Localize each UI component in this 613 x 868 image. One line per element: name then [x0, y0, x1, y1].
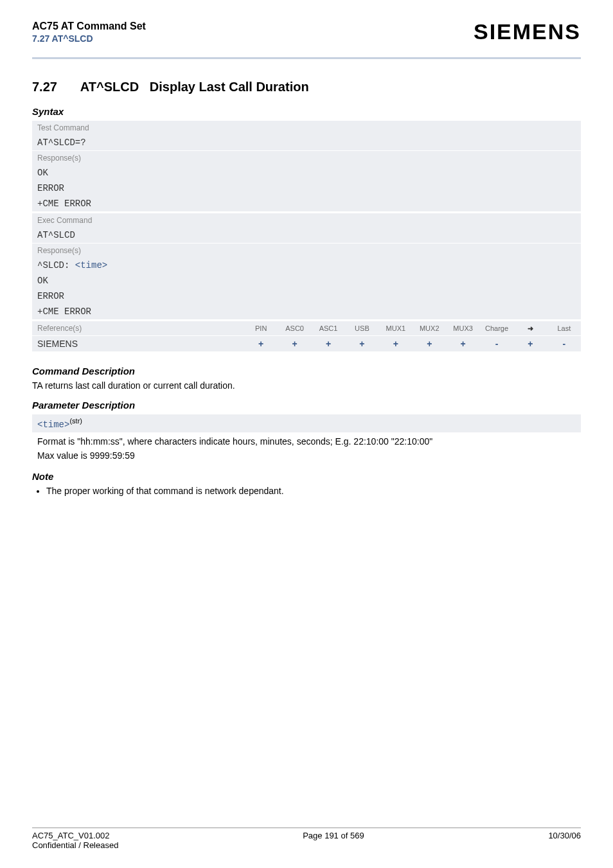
parameter-desc-line: Format is "hh:mm:ss", where characters i…: [37, 436, 581, 447]
ref-col-arrow-icon: ➜: [513, 322, 547, 335]
exec-resp-param: <time>: [75, 260, 107, 270]
ref-val: +: [345, 336, 378, 351]
parameter-description-heading: Parameter Description: [32, 400, 581, 411]
test-response-line: ERROR: [32, 181, 581, 196]
reference-header-row: Reference(s) PIN ASC0 ASC1 USB MUX1 MUX2…: [32, 321, 581, 335]
reference-label: Reference(s): [32, 321, 244, 335]
section-number: 7.27: [32, 80, 77, 94]
parameter-type: (str): [69, 417, 82, 425]
section-heading: 7.27 AT^SLCD Display Last Call Duration: [32, 80, 581, 94]
parameter-name: <time>: [37, 420, 69, 430]
reference-vals: + + + + + + + - + -: [244, 336, 581, 351]
ref-col: ASC1: [312, 322, 345, 335]
ref-val: +: [413, 336, 446, 351]
doc-title: AC75 AT Command Set: [32, 21, 146, 32]
exec-resp-prefix: ^SLCD:: [37, 260, 75, 270]
command-description-heading: Command Description: [32, 366, 581, 376]
footer-page-number: Page 191 of 569: [303, 831, 364, 850]
ref-val: +: [446, 336, 479, 351]
note-heading: Note: [32, 471, 581, 482]
exec-command-label: Exec Command: [32, 213, 581, 227]
ref-col: MUX2: [413, 322, 446, 335]
ref-val: +: [312, 336, 345, 351]
note-list: The proper working of that command is ne…: [46, 486, 581, 496]
command-description-text: TA returns last call duration or current…: [32, 380, 581, 391]
ref-val: +: [278, 336, 311, 351]
test-command-block: Test Command AT^SLCD=? Response(s) OK ER…: [32, 121, 581, 211]
ref-col: PIN: [244, 322, 278, 335]
ref-col: Last: [547, 322, 581, 335]
footer-classification: Confidential / Released: [32, 840, 118, 850]
exec-response-line: +CME ERROR: [32, 304, 581, 319]
brand-logo: SIEMENS: [474, 19, 581, 44]
reference-value-row: SIEMENS + + + + + + + - + -: [32, 336, 581, 351]
exec-response-line: ERROR: [32, 288, 581, 304]
footer-doc-version: AC75_ATC_V01.002: [32, 831, 118, 840]
footer-left: AC75_ATC_V01.002 Confidential / Released: [32, 831, 118, 850]
ref-col: ASC0: [278, 322, 311, 335]
exec-response-line: OK: [32, 273, 581, 288]
test-command-text: AT^SLCD=?: [32, 135, 581, 150]
syntax-heading: Syntax: [32, 106, 581, 117]
ref-col: Charge: [480, 322, 513, 335]
exec-response-label: Response(s): [32, 244, 581, 258]
ref-val: +: [244, 336, 278, 351]
header-left: AC75 AT Command Set 7.27 AT^SLCD: [32, 21, 146, 44]
exec-command-block: Exec Command AT^SLCD Response(s) ^SLCD: …: [32, 213, 581, 319]
parameter-name-box: <time>(str): [32, 414, 581, 432]
reference-cols: PIN ASC0 ASC1 USB MUX1 MUX2 MUX3 Charge …: [244, 322, 581, 335]
ref-col: MUX1: [379, 322, 413, 335]
footer-date: 10/30/06: [548, 831, 581, 850]
note-item: The proper working of that command is ne…: [46, 486, 581, 496]
test-response-label: Response(s): [32, 151, 581, 165]
page-footer: AC75_ATC_V01.002 Confidential / Released…: [32, 828, 581, 850]
footer-divider: [32, 828, 581, 828]
page-header: AC75 AT Command Set 7.27 AT^SLCD SIEMENS: [32, 19, 581, 53]
ref-val: +: [513, 336, 547, 351]
ref-val: +: [379, 336, 413, 351]
exec-command-text: AT^SLCD: [32, 227, 581, 243]
reference-vendor: SIEMENS: [32, 336, 244, 351]
ref-val: -: [480, 336, 513, 351]
doc-subtitle: 7.27 AT^SLCD: [32, 33, 146, 44]
ref-val: -: [547, 336, 581, 351]
exec-response-line: ^SLCD: <time>: [32, 258, 581, 273]
section-desc: Display Last Call Duration: [150, 80, 309, 94]
section-cmd: AT^SLCD: [80, 80, 139, 94]
test-response-line: OK: [32, 165, 581, 181]
parameter-desc-line: Max value is 9999:59:59: [37, 450, 581, 461]
test-response-line: +CME ERROR: [32, 196, 581, 211]
ref-col: USB: [345, 322, 378, 335]
test-command-label: Test Command: [32, 121, 581, 135]
ref-col: MUX3: [446, 322, 479, 335]
header-divider: [32, 57, 581, 59]
